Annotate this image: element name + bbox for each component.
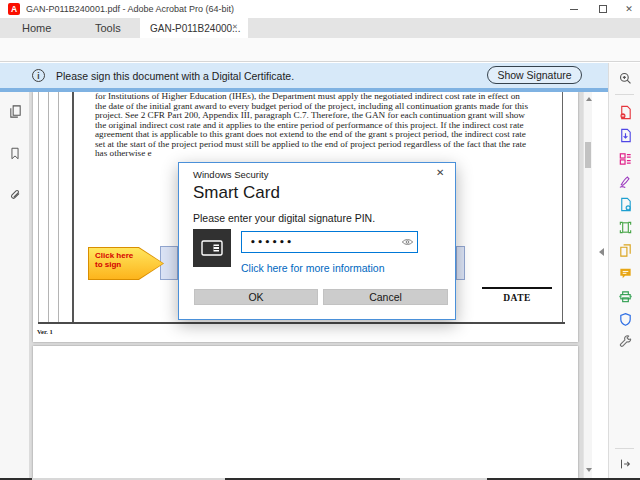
dialog-close-icon[interactable]: ✕ bbox=[436, 167, 444, 178]
close-window-button[interactable]: ✕ bbox=[621, 3, 637, 15]
info-icon: i bbox=[32, 69, 45, 82]
tab-close-icon[interactable]: ✕ bbox=[232, 23, 238, 31]
collapse-panel-icon[interactable] bbox=[599, 248, 604, 256]
notification-message: Please sign this document with a Digital… bbox=[56, 70, 294, 82]
search-tool-icon[interactable] bbox=[616, 69, 634, 87]
reveal-password-eye-icon[interactable] bbox=[401, 237, 414, 247]
attachments-paperclip-icon[interactable] bbox=[8, 187, 22, 202]
tab-home[interactable]: Home bbox=[22, 18, 51, 38]
vertical-scrollbar[interactable] bbox=[583, 92, 592, 478]
table-bottom-border bbox=[38, 322, 565, 324]
rail-divider bbox=[615, 448, 634, 449]
minimize-icon bbox=[570, 9, 578, 10]
combine-files-tool-icon[interactable] bbox=[616, 195, 634, 213]
dialog-titlebar-text: Windows Security bbox=[193, 169, 269, 180]
dialog-title: Smart Card bbox=[193, 183, 280, 203]
date-label: DATE bbox=[482, 293, 552, 303]
rail-divider bbox=[615, 94, 634, 95]
print-production-tool-icon[interactable] bbox=[616, 287, 634, 305]
more-tools-icon[interactable] bbox=[616, 333, 634, 351]
callout-text: Click here to sign bbox=[95, 251, 133, 269]
minimize-button[interactable] bbox=[566, 3, 582, 15]
protect-tool-icon[interactable] bbox=[616, 310, 634, 328]
page-thumbnails-icon[interactable] bbox=[8, 104, 23, 119]
cancel-button[interactable]: Cancel bbox=[323, 289, 448, 305]
date-signature-line bbox=[482, 287, 552, 289]
ok-button[interactable]: OK bbox=[194, 289, 318, 305]
click-here-to-sign-callout[interactable]: Click here to sign bbox=[88, 247, 164, 280]
maximize-icon bbox=[599, 5, 607, 13]
pdf-page bbox=[33, 346, 578, 478]
export-pdf-tool-icon[interactable] bbox=[616, 126, 634, 144]
acrobat-logo-icon: A bbox=[8, 3, 20, 15]
title-bar: A GAN-P011B240001.pdf - Adobe Acrobat Pr… bbox=[0, 0, 640, 18]
maximize-button[interactable] bbox=[595, 3, 611, 15]
main-toolbar: ☆ / 40 ▾ bbox=[0, 38, 640, 62]
version-label: Ver. 1 bbox=[37, 328, 53, 335]
panel-gutter bbox=[592, 92, 608, 478]
scrollbar-thumb[interactable] bbox=[585, 142, 591, 168]
pin-input[interactable] bbox=[241, 231, 418, 253]
signature-field[interactable] bbox=[456, 246, 465, 280]
comment-tool-icon[interactable] bbox=[616, 264, 634, 282]
scan-ocr-tool-icon[interactable] bbox=[616, 218, 634, 236]
expand-panel-icon[interactable] bbox=[616, 455, 634, 473]
organize-pages-tool-icon[interactable] bbox=[616, 149, 634, 167]
left-panel-rail bbox=[0, 92, 30, 478]
more-information-link[interactable]: Click here for more information bbox=[241, 262, 385, 274]
pin-prompt-text: Please enter your digital signature PIN. bbox=[193, 212, 375, 224]
show-signature-button[interactable]: Show Signature bbox=[487, 66, 582, 84]
bookmarks-icon[interactable] bbox=[8, 146, 22, 161]
tab-bar: Home Tools GAN-P011B24000... ✕ ? bbox=[0, 18, 640, 38]
acrobat-window: A GAN-P011B240001.pdf - Adobe Acrobat Pr… bbox=[0, 0, 640, 480]
fill-sign-tool-icon[interactable] bbox=[616, 172, 634, 190]
create-pdf-tool-icon[interactable] bbox=[616, 103, 634, 121]
window-title: GAN-P011B240001.pdf - Adobe Acrobat Pro … bbox=[26, 4, 234, 14]
windows-security-dialog: Windows Security ✕ Smart Card Please ent… bbox=[178, 162, 456, 320]
compare-files-tool-icon[interactable] bbox=[616, 241, 634, 259]
tab-tools[interactable]: Tools bbox=[95, 18, 121, 38]
smart-card-icon bbox=[193, 229, 231, 267]
document-paragraph: for Institutions of Higher Education (IH… bbox=[95, 92, 563, 159]
